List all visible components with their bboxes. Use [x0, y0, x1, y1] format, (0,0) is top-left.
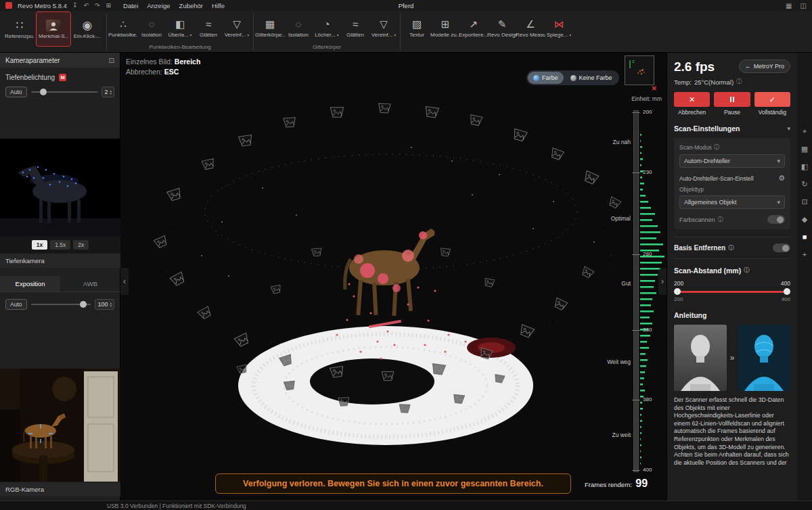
color-sphere-icon	[533, 75, 539, 81]
info-icon[interactable]: ⓘ	[736, 78, 742, 86]
pause-scan-button[interactable]	[714, 92, 750, 107]
close-mini-preview-icon[interactable]: ✕	[652, 85, 657, 92]
scene-canvas[interactable]	[120, 53, 667, 501]
ribbon-tool-fill-holes[interactable]: ◔ Löcher...	[313, 12, 341, 43]
ribbon-tool-texture[interactable]: ▨ Textur	[403, 12, 431, 43]
depth-exposure-stepper[interactable]: 2 ▴▾	[102, 87, 114, 97]
revo-design-icon: ✎	[498, 18, 507, 30]
scan-mode-select[interactable]: Autom-Drehteller ▾	[679, 154, 785, 168]
gray-sphere-icon	[570, 75, 577, 81]
collapse-right-panel-icon[interactable]: ›	[658, 268, 667, 295]
menu-datei[interactable]: Datei	[123, 2, 138, 9]
ribbon-tool-merge-models[interactable]: ⊞ Modelle zu...	[431, 12, 459, 43]
detach-panel-icon[interactable]: ⊡	[109, 57, 114, 64]
ribbon-group-scan: ∷ Referenzpu... Merkmal-S... ◉ Ein-Klick…	[3, 12, 104, 54]
gauge-tick-label: 280	[643, 251, 652, 257]
ribbon-tool-overlap[interactable]: ◧ Überla...	[166, 12, 194, 43]
fit-view-icon[interactable]: ⊡	[801, 198, 807, 206]
solid-view-icon[interactable]: ■	[803, 233, 807, 241]
ribbon-tool-smooth[interactable]: ≈ Glätten	[194, 12, 223, 43]
view-toolbar: ⌖ ▦ ◧ ↻ ⊡ ◆ ■ +	[797, 53, 812, 501]
texture-icon: ▨	[412, 18, 422, 30]
tab-exposition[interactable]: Exposition	[0, 276, 60, 292]
tab-awb[interactable]: AWB	[60, 276, 120, 292]
depth-auto-toggle[interactable]: Auto	[5, 87, 27, 97]
ribbon-tool-export[interactable]: ↗ Exportiere...	[459, 12, 488, 43]
hint-mode-label: Einzelnes Bild:	[126, 57, 173, 66]
scan-settings-header[interactable]: Scan-Einstellungen ▾	[674, 124, 790, 133]
ribbon-tool-revo-measure[interactable]: ∠ Revo Measure	[516, 12, 545, 43]
menu-anzeige[interactable]: Anzeige	[147, 2, 170, 9]
gear-icon[interactable]: ⚙	[778, 174, 785, 183]
ribbon-tool-one-click[interactable]: ◉ Ein-Klick-...	[70, 12, 104, 46]
ribbon-tool-mesh-edit[interactable]: ▦ Gitterkörpe...	[256, 12, 284, 43]
guide-text: Der Scanner erfasst schnell die 3D-Daten…	[674, 396, 790, 467]
ribbon-tool-feature-scan[interactable]: Merkmal-S...	[37, 12, 70, 46]
zoom-1-5x-button[interactable]: 1.5x	[50, 240, 70, 250]
save-icon[interactable]: ↧	[72, 2, 78, 9]
collapse-left-panel-icon[interactable]: ‹	[120, 268, 129, 295]
ribbon-tool-isolation[interactable]: ◌ Isolation	[137, 12, 166, 43]
zoom-in-icon[interactable]: +	[803, 250, 807, 259]
hint-mode-value: Bereich	[175, 57, 201, 66]
rgb-auto-toggle[interactable]: Auto	[5, 299, 27, 310]
ribbon-tool-pointcloud-edit[interactable]: ∴ Punktwolke...	[109, 12, 137, 43]
gauge-tick-label: 330	[643, 327, 652, 333]
rgb-exposure-stepper[interactable]: 100 ▴▾	[95, 299, 114, 310]
sidebar-toggle-icon[interactable]: ◫	[800, 2, 807, 9]
zoom-1x-button[interactable]: 1x	[32, 240, 47, 250]
device-button[interactable]: ← MetroY Pro	[739, 60, 790, 73]
object-type-select[interactable]: Allgemeines Objekt ▾	[679, 195, 785, 209]
depth-camera-label: Tiefenkamera	[0, 253, 120, 268]
base-remove-toggle[interactable]	[773, 244, 790, 252]
viewport-3d[interactable]: Einzelnes Bild: Bereich Abbrechen: ESC F…	[120, 53, 667, 501]
zoom-2x-button[interactable]: 2x	[73, 240, 89, 250]
redo-icon[interactable]: ↷	[95, 2, 100, 9]
distance-max-handle[interactable]	[784, 288, 790, 295]
ribbon-tool-simplify[interactable]: ▽ Vereinf...	[223, 12, 251, 43]
scan-distance-slider[interactable]	[675, 288, 789, 295]
ribbon-separator	[106, 14, 107, 51]
scan-mini-preview[interactable]: Z	[625, 55, 654, 85]
depth-gauge-track	[633, 110, 639, 472]
menu-hilfe[interactable]: Hilfe	[212, 2, 225, 9]
svg-text:Z: Z	[632, 60, 635, 64]
depth-exposure-slider[interactable]	[31, 88, 98, 96]
split-view-icon[interactable]: ◧	[801, 162, 808, 171]
gizmo-icon[interactable]: ◆	[802, 215, 807, 224]
rgb-exposure-slider[interactable]	[31, 300, 91, 308]
reset-view-icon[interactable]: ↻	[801, 180, 807, 189]
distance-min-handle[interactable]	[674, 288, 681, 295]
info-icon[interactable]: ⓘ	[714, 143, 720, 152]
ribbon-tool-mirror[interactable]: ⋈ Spiege...	[545, 12, 573, 43]
info-icon[interactable]: ⓘ	[728, 244, 734, 252]
screenshot-icon[interactable]: ⊞	[106, 2, 112, 9]
complete-scan-button[interactable]: ✓	[754, 92, 790, 107]
gauge-zone-label: Optimal	[587, 215, 631, 222]
simplify-icon: ▽	[380, 18, 388, 30]
stepper-arrows-icon[interactable]: ▴▾	[110, 89, 112, 95]
depth-zoom-row: 1x 1.5x 2x	[0, 237, 120, 253]
depth-exposure-label: Tiefenbelichtung	[5, 74, 55, 81]
revo-measure-icon: ∠	[526, 18, 535, 30]
ribbon-tool-mesh-smooth[interactable]: ≈ Glätten	[341, 12, 369, 43]
info-icon[interactable]: ⓘ	[718, 216, 724, 224]
color-pill[interactable]: Farbe	[528, 72, 564, 84]
locate-icon[interactable]: ⌖	[803, 127, 807, 136]
grid-view-icon[interactable]: ▦	[801, 145, 808, 154]
arrow-right-icon: »	[730, 353, 735, 363]
undo-icon[interactable]: ↶	[83, 2, 89, 9]
menu-zubehoer[interactable]: Zubehör	[179, 2, 203, 9]
ribbon-tool-mesh-isolation[interactable]: ◌ Isolation	[284, 12, 313, 43]
cancel-scan-button[interactable]: ✕	[674, 92, 710, 107]
color-scan-toggle[interactable]	[767, 215, 785, 224]
ribbon-tool-mesh-simplify[interactable]: ▽ Vereinf...	[369, 12, 398, 43]
no-color-pill[interactable]: Keine Farbe	[565, 72, 618, 84]
fill-holes-icon: ◔	[323, 18, 330, 30]
info-icon[interactable]: ⓘ	[744, 266, 750, 275]
stepper-arrows-icon[interactable]: ▴▾	[110, 302, 112, 307]
ribbon-tool-reference-points[interactable]: ∷ Referenzpu...	[3, 12, 37, 46]
ribbon-group-output: ▨ Textur ⊞ Modelle zu... ↗ Exportiere...…	[403, 12, 573, 51]
layout-grid-icon[interactable]: ▦	[786, 2, 792, 9]
ribbon-tool-revo-design[interactable]: ✎ Revo Design	[488, 12, 516, 43]
